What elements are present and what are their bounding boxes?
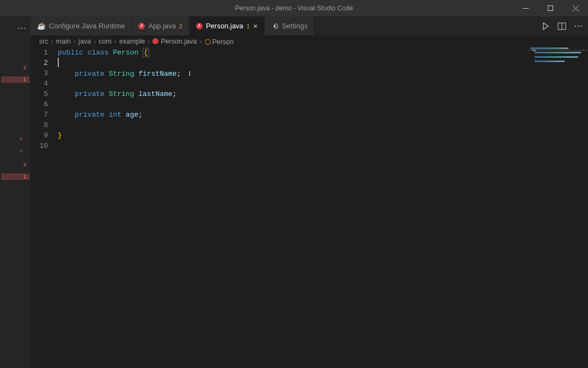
change-dot-icon <box>20 149 23 153</box>
minimap-line <box>532 50 536 51</box>
main-layout: ⋯ 2 1 2 1 ☕ Configure Java Runtime App.j… <box>0 16 588 368</box>
code-line[interactable]: private int age; <box>58 110 588 120</box>
chevron-right-icon: › <box>51 38 53 45</box>
window-controls <box>513 0 588 16</box>
line-number-gutter: 1 2 3 4 5 6 7 8 9 10 <box>30 47 58 368</box>
tab-person-java[interactable]: Person.java 1 × <box>189 16 265 35</box>
chevron-right-icon: › <box>114 38 117 45</box>
minimap-line <box>535 61 565 62</box>
editor-area: ☕ Configure Java Runtime App.java 2 Pers… <box>30 16 588 368</box>
line-number: 6 <box>30 99 48 110</box>
java-file-icon <box>196 23 203 29</box>
tab-configure-java-runtime[interactable]: ☕ Configure Java Runtime <box>30 16 132 35</box>
minimap[interactable] <box>528 47 588 368</box>
tab-settings[interactable]: Settings <box>265 16 315 35</box>
tab-label: Person.java <box>206 22 243 30</box>
maximize-button[interactable] <box>538 0 563 16</box>
minimap-line <box>535 56 578 58</box>
minimap-viewport[interactable] <box>528 49 588 51</box>
code-line[interactable]: public class Person { <box>58 47 588 58</box>
code-line[interactable]: private String lastName; <box>58 89 588 99</box>
tab-app-java[interactable]: App.java 2 <box>132 16 189 35</box>
breadcrumb-item[interactable]: Person.java <box>152 38 197 45</box>
breadcrumb-item[interactable]: example <box>119 38 145 45</box>
close-button[interactable] <box>563 0 588 16</box>
tab-dirty-badge: 1 <box>247 23 250 29</box>
tabs-bar: ☕ Configure Java Runtime App.java 2 Pers… <box>30 16 588 35</box>
svg-rect-1 <box>548 5 553 10</box>
java-file-icon <box>138 23 145 29</box>
line-number: 2 <box>30 58 48 68</box>
breadcrumb-item[interactable]: ⬡Person <box>205 38 234 46</box>
tab-label: App.java <box>148 22 176 30</box>
split-editor-button[interactable] <box>558 22 566 31</box>
chevron-right-icon: › <box>74 38 76 45</box>
code-line[interactable] <box>58 120 588 130</box>
problem-marker[interactable]: 1 <box>1 76 29 83</box>
code-line[interactable] <box>58 79 588 89</box>
chevron-right-icon: › <box>148 38 150 45</box>
line-number: 1 <box>30 47 48 58</box>
code-line[interactable]: } <box>58 130 588 141</box>
line-number: 4 <box>30 79 48 89</box>
svg-rect-0 <box>523 8 529 9</box>
more-icon[interactable]: ⋯ <box>17 23 26 33</box>
problem-marker[interactable]: 2 <box>20 161 29 168</box>
breadcrumb-item[interactable]: java <box>78 38 91 45</box>
line-number: 5 <box>30 89 48 99</box>
close-icon[interactable]: × <box>253 22 258 31</box>
chevron-right-icon: › <box>199 38 201 45</box>
tab-dirty-badge: 2 <box>179 23 182 29</box>
code-line[interactable] <box>58 58 588 68</box>
gutter-panel: ⋯ 2 1 2 1 <box>0 16 30 368</box>
minimap-line <box>530 47 568 49</box>
breadcrumb-item[interactable]: main <box>56 38 71 45</box>
line-number: 7 <box>30 110 48 120</box>
problem-marker[interactable]: 2 <box>20 64 29 71</box>
code-content[interactable]: public class Person { private String fir… <box>58 47 588 368</box>
window-title: Person.java - demo - Visual Studio Code <box>235 4 353 12</box>
breadcrumb-item[interactable]: com <box>99 38 112 45</box>
line-number: 3 <box>30 68 48 79</box>
code-line[interactable] <box>58 99 588 110</box>
more-actions-button[interactable]: ⋯ <box>574 21 583 31</box>
line-number: 10 <box>30 141 48 151</box>
tab-label: Configure Java Runtime <box>49 22 125 30</box>
line-number: 8 <box>30 120 48 130</box>
breadcrumbs[interactable]: src› main› java› com› example› Person.ja… <box>30 35 588 47</box>
line-number: 9 <box>30 130 48 141</box>
minimize-button[interactable] <box>513 0 538 16</box>
run-button[interactable] <box>541 22 550 31</box>
minimap-line <box>535 52 581 53</box>
tab-label: Settings <box>282 22 308 30</box>
chevron-right-icon: › <box>94 38 96 45</box>
titlebar: Person.java - demo - Visual Studio Code <box>0 0 588 16</box>
class-symbol-icon: ⬡ <box>205 38 211 46</box>
change-dot-icon <box>20 137 23 141</box>
ibeam-cursor-icon: I <box>188 68 191 79</box>
code-line[interactable]: private String firstName;I <box>58 68 588 79</box>
code-editor[interactable]: 1 2 3 4 5 6 7 8 9 10 public class Person… <box>30 47 588 368</box>
gear-icon <box>271 22 279 30</box>
breadcrumb-item[interactable]: src <box>39 38 48 45</box>
coffee-cup-icon: ☕ <box>37 22 46 30</box>
problem-marker[interactable]: 1 <box>1 173 29 180</box>
tab-actions: ⋯ <box>541 16 588 35</box>
code-line[interactable] <box>58 141 588 151</box>
text-cursor <box>58 58 59 67</box>
java-file-icon <box>152 38 158 44</box>
